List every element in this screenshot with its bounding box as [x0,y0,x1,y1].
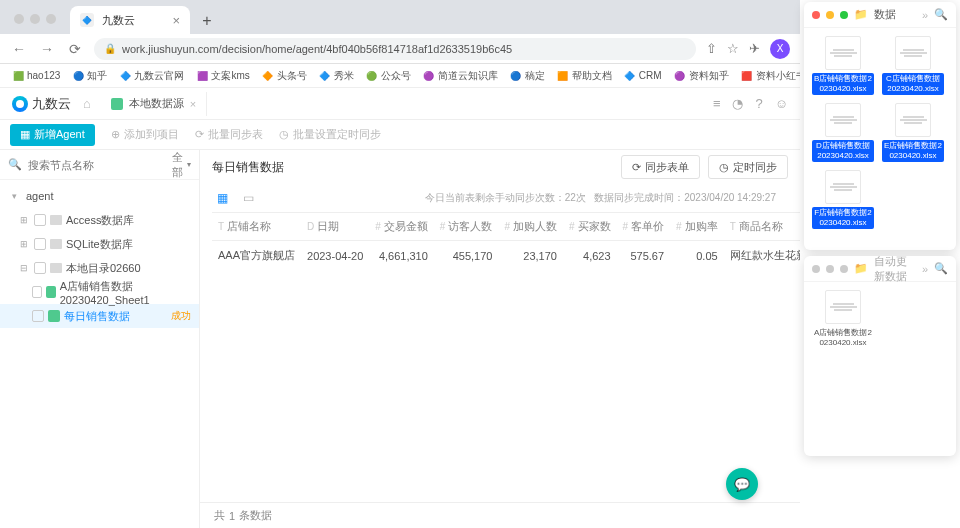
bookmark-item[interactable]: 🔷CRM [624,70,662,82]
bookmark-icon: 🟧 [557,70,569,82]
back-button[interactable]: ← [10,40,28,58]
upload-icon[interactable]: ⇧ [706,41,717,56]
app-tab-datasource[interactable]: 本地数据源 × [103,92,207,116]
column-header[interactable]: #加购率 [670,213,724,241]
browser-tab[interactable]: 🔷 九数云 × [70,6,190,34]
page-title: 每日销售数据 [212,159,284,176]
bookmark-item[interactable]: 🔵知乎 [72,69,107,83]
column-header[interactable]: #加购人数 [498,213,563,241]
file-item[interactable]: A店铺销售数据20230420.xlsx [812,290,874,349]
table-cell: AAA官方旗舰店 [212,241,301,271]
checkbox[interactable] [32,286,42,298]
bookmark-icon: 🟪 [196,70,208,82]
sync-table-button[interactable]: ⟳ 同步表单 [621,155,700,179]
sidebar-search-input[interactable] [28,159,166,171]
user-icon[interactable]: ☺ [775,96,788,111]
chat-fab[interactable]: 💬 [726,468,758,500]
bookmark-item[interactable]: 🟩hao123 [12,70,60,82]
table-view-toggle[interactable]: ▦ [212,188,232,208]
reload-button[interactable]: ⟳ [66,40,84,58]
checkbox[interactable] [34,238,46,250]
bookmark-item[interactable]: 🔷秀米 [319,69,354,83]
schedule-sync-button[interactable]: ◷ 定时同步 [708,155,788,179]
column-header[interactable]: #交易金额 [369,213,434,241]
bookmark-item[interactable]: 🔶头条号 [262,69,307,83]
table-cell: 网红款水生花新款 [724,241,800,271]
type-icon: # [623,221,629,232]
address-bar[interactable]: 🔒 work.jiushuyun.com/decision/home/agent… [94,38,696,60]
column-header[interactable]: #买家数 [563,213,617,241]
bookmark-item[interactable]: 🟣资料知乎 [674,69,729,83]
new-agent-button[interactable]: ▦ 新增Agent [10,124,95,146]
bookmark-item[interactable]: 🔷九数云官网 [119,69,184,83]
bookmark-item[interactable]: 🟣简道云知识库 [423,69,498,83]
bell-icon[interactable]: ◔ [732,96,743,111]
file-item[interactable]: E店铺销售数据20230420.xlsx [882,103,944,162]
file-item[interactable]: B店铺销售数据20230420.xlsx [812,36,874,95]
close-tab-icon[interactable]: × [172,13,180,28]
column-header[interactable]: #访客人数 [434,213,499,241]
file-item[interactable]: C店铺销售数据20230420.xlsx [882,36,944,95]
sync-icon: ⟳ [632,161,641,174]
chevron-right-icon[interactable]: » [922,9,928,21]
app-name: 九数云 [32,95,71,113]
table-row[interactable]: AAA官方旗舰店2023-04-204,661,310455,17023,170… [212,241,800,271]
column-header[interactable]: D日期 [301,213,369,241]
tree-node-sqlite[interactable]: ⊞ SQLite数据库 [0,232,199,256]
add-to-project-button[interactable]: ⊕ 添加到项目 [111,127,179,142]
file-item[interactable]: D店铺销售数据20230420.xlsx [812,103,874,162]
extension-icon[interactable]: ✈ [749,41,760,56]
checkbox[interactable] [34,262,46,274]
star-icon[interactable]: ☆ [727,41,739,56]
bookmark-item[interactable]: 🟪文案kms [196,69,249,83]
folder-icon [50,215,62,225]
checkbox[interactable] [34,214,46,226]
sync-icon: ⟳ [195,128,204,141]
help-icon[interactable]: ? [755,96,762,111]
bookmark-icon: 🔷 [319,70,331,82]
search-icon[interactable]: 🔍 [934,262,948,275]
column-header[interactable]: #客单价 [617,213,671,241]
file-thumbnail [825,36,861,70]
file-name: F店铺销售数据20230420.xlsx [812,207,874,229]
sidebar: 🔍 全部 ▾ ▾ agent ⊞ [0,150,200,528]
tree-node-local-dir[interactable]: ⊟ 本地目录02660 [0,256,199,280]
type-icon: # [440,221,446,232]
batch-schedule-button[interactable]: ◷ 批量设置定时同步 [279,127,381,142]
list-icon[interactable]: ≡ [713,96,721,111]
column-header[interactable]: T店铺名称 [212,213,301,241]
plus-icon: ▦ [20,128,30,141]
tree-node-daily-sales[interactable]: 每日销售数据 成功 [0,304,199,328]
tree-node-access[interactable]: ⊞ Access数据库 [0,208,199,232]
batch-sync-button[interactable]: ⟳ 批量同步表 [195,127,263,142]
bookmark-icon: 🟩 [12,70,24,82]
file-thumbnail [825,290,861,324]
home-icon[interactable]: ⌂ [83,96,91,111]
file-item[interactable]: F店铺销售数据20230420.xlsx [812,170,874,229]
folder-icon [50,239,62,249]
tree-node-agent[interactable]: ▾ agent [0,184,199,208]
chevron-right-icon[interactable]: » [922,263,928,275]
address-row: ← → ⟳ 🔒 work.jiushuyun.com/decision/home… [0,34,800,64]
table-cell: 4,661,310 [369,241,434,271]
bookmark-icon: 🔷 [119,70,131,82]
sidebar-filter-dropdown[interactable]: 全部 ▾ [172,150,191,180]
forward-button[interactable]: → [38,40,56,58]
type-icon: T [218,221,224,232]
close-icon[interactable]: × [190,98,196,110]
tree-node-sheet-a[interactable]: A店铺销售数据20230420_Sheet1 [0,280,199,304]
bookmark-item[interactable]: 🟢公众号 [366,69,411,83]
app-logo[interactable]: 九数云 [12,95,71,113]
bookmark-item[interactable]: 🟧帮助文档 [557,69,612,83]
checkbox[interactable] [32,310,44,322]
expand-icon: ⊞ [20,239,30,249]
bookmark-item[interactable]: 🔵稿定 [510,69,545,83]
column-header[interactable]: T商品名称 [724,213,800,241]
bookmark-item[interactable]: 🟥资料小红书 [741,69,801,83]
bookmark-icon: 🟥 [741,70,753,82]
search-icon[interactable]: 🔍 [934,8,948,21]
calendar-view-toggle[interactable]: ▭ [238,188,258,208]
favicon: 🔷 [80,13,94,27]
new-tab-button[interactable]: + [194,8,220,34]
profile-avatar[interactable]: X [770,39,790,59]
